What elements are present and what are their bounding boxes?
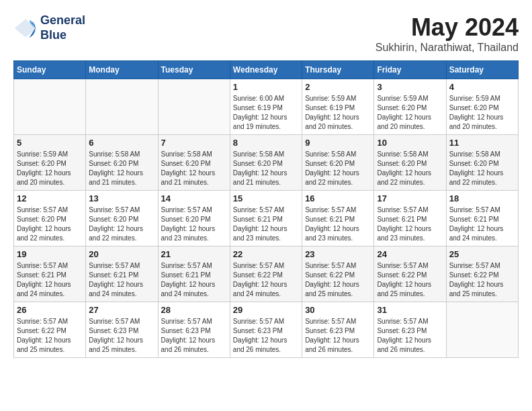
day-info: Sunrise: 5:57 AMSunset: 6:20 PMDaylight:… xyxy=(17,205,83,243)
calendar-table: SundayMondayTuesdayWednesdayThursdayFrid… xyxy=(13,60,519,358)
day-info: Sunrise: 5:57 AMSunset: 6:20 PMDaylight:… xyxy=(89,205,154,243)
day-header-wednesday: Wednesday xyxy=(230,61,302,79)
month-year-title: May 2024 xyxy=(375,13,519,42)
page-header: GeneralBlue May 2024 Sukhirin, Narathiwa… xyxy=(13,13,519,54)
calendar-cell: 30Sunrise: 5:57 AMSunset: 6:23 PMDayligh… xyxy=(302,302,374,358)
day-info: Sunrise: 5:58 AMSunset: 6:20 PMDaylight:… xyxy=(305,150,371,187)
location-subtitle: Sukhirin, Narathiwat, Thailand xyxy=(375,42,519,54)
calendar-cell: 22Sunrise: 5:57 AMSunset: 6:22 PMDayligh… xyxy=(230,246,302,302)
calendar-cell: 28Sunrise: 5:57 AMSunset: 6:23 PMDayligh… xyxy=(158,302,230,358)
logo-icon xyxy=(13,16,38,40)
day-number: 7 xyxy=(161,138,227,148)
day-info: Sunrise: 5:57 AMSunset: 6:23 PMDaylight:… xyxy=(161,317,227,355)
title-block: May 2024 Sukhirin, Narathiwat, Thailand xyxy=(375,13,519,54)
calendar-week-row: 5Sunrise: 5:59 AMSunset: 6:20 PMDaylight… xyxy=(14,135,519,191)
day-info: Sunrise: 5:57 AMSunset: 6:21 PMDaylight:… xyxy=(233,205,299,243)
day-info: Sunrise: 5:59 AMSunset: 6:19 PMDaylight:… xyxy=(305,94,371,132)
day-info: Sunrise: 5:57 AMSunset: 6:23 PMDaylight:… xyxy=(233,317,299,355)
day-header-monday: Monday xyxy=(86,61,158,79)
day-number: 8 xyxy=(233,138,299,148)
day-number: 4 xyxy=(449,82,515,92)
day-number: 29 xyxy=(233,305,299,315)
calendar-cell: 10Sunrise: 5:58 AMSunset: 6:20 PMDayligh… xyxy=(374,135,446,191)
calendar-cell: 9Sunrise: 5:58 AMSunset: 6:20 PMDaylight… xyxy=(302,135,374,191)
day-number: 18 xyxy=(449,193,515,203)
day-info: Sunrise: 5:57 AMSunset: 6:21 PMDaylight:… xyxy=(377,205,443,243)
day-info: Sunrise: 5:57 AMSunset: 6:21 PMDaylight:… xyxy=(89,261,154,299)
calendar-cell: 25Sunrise: 5:57 AMSunset: 6:22 PMDayligh… xyxy=(446,246,518,302)
day-number: 9 xyxy=(305,138,371,148)
day-info: Sunrise: 5:57 AMSunset: 6:21 PMDaylight:… xyxy=(17,261,83,299)
calendar-cell: 23Sunrise: 5:57 AMSunset: 6:22 PMDayligh… xyxy=(302,246,374,302)
calendar-cell xyxy=(158,79,230,135)
day-number: 12 xyxy=(17,193,83,203)
day-info: Sunrise: 5:57 AMSunset: 6:20 PMDaylight:… xyxy=(161,205,227,243)
calendar-cell: 2Sunrise: 5:59 AMSunset: 6:19 PMDaylight… xyxy=(302,79,374,135)
day-info: Sunrise: 5:57 AMSunset: 6:22 PMDaylight:… xyxy=(305,261,371,299)
day-info: Sunrise: 5:57 AMSunset: 6:21 PMDaylight:… xyxy=(305,205,371,243)
calendar-cell: 19Sunrise: 5:57 AMSunset: 6:21 PMDayligh… xyxy=(14,246,86,302)
calendar-cell: 8Sunrise: 5:58 AMSunset: 6:20 PMDaylight… xyxy=(230,135,302,191)
day-number: 6 xyxy=(89,138,154,148)
logo: GeneralBlue xyxy=(13,13,85,42)
calendar-cell: 5Sunrise: 5:59 AMSunset: 6:20 PMDaylight… xyxy=(14,135,86,191)
day-info: Sunrise: 5:57 AMSunset: 6:22 PMDaylight:… xyxy=(17,317,83,355)
day-header-thursday: Thursday xyxy=(302,61,374,79)
day-info: Sunrise: 5:57 AMSunset: 6:23 PMDaylight:… xyxy=(305,317,371,355)
calendar-cell: 12Sunrise: 5:57 AMSunset: 6:20 PMDayligh… xyxy=(14,191,86,246)
day-number: 2 xyxy=(305,82,371,92)
day-info: Sunrise: 5:57 AMSunset: 6:22 PMDaylight:… xyxy=(233,261,299,299)
day-number: 11 xyxy=(449,138,515,148)
calendar-cell: 16Sunrise: 5:57 AMSunset: 6:21 PMDayligh… xyxy=(302,191,374,246)
calendar-cell: 11Sunrise: 5:58 AMSunset: 6:20 PMDayligh… xyxy=(446,135,518,191)
day-number: 15 xyxy=(233,193,299,203)
day-number: 1 xyxy=(233,82,299,92)
calendar-cell: 29Sunrise: 5:57 AMSunset: 6:23 PMDayligh… xyxy=(230,302,302,358)
calendar-cell: 14Sunrise: 5:57 AMSunset: 6:20 PMDayligh… xyxy=(158,191,230,246)
day-number: 17 xyxy=(377,193,443,203)
calendar-cell: 13Sunrise: 5:57 AMSunset: 6:20 PMDayligh… xyxy=(86,191,158,246)
calendar-cell xyxy=(14,79,86,135)
day-info: Sunrise: 5:58 AMSunset: 6:20 PMDaylight:… xyxy=(449,150,515,187)
calendar-cell: 18Sunrise: 5:57 AMSunset: 6:21 PMDayligh… xyxy=(446,191,518,246)
day-info: Sunrise: 5:58 AMSunset: 6:20 PMDaylight:… xyxy=(233,150,299,187)
calendar-cell: 7Sunrise: 5:58 AMSunset: 6:20 PMDaylight… xyxy=(158,135,230,191)
calendar-cell: 3Sunrise: 5:59 AMSunset: 6:20 PMDaylight… xyxy=(374,79,446,135)
day-number: 28 xyxy=(161,305,227,315)
day-info: Sunrise: 5:57 AMSunset: 6:22 PMDaylight:… xyxy=(449,261,515,299)
day-number: 5 xyxy=(17,138,83,148)
day-number: 27 xyxy=(89,305,154,315)
calendar-cell: 24Sunrise: 5:57 AMSunset: 6:22 PMDayligh… xyxy=(374,246,446,302)
day-info: Sunrise: 5:58 AMSunset: 6:20 PMDaylight:… xyxy=(377,150,443,187)
day-number: 22 xyxy=(233,249,299,259)
day-number: 13 xyxy=(89,193,154,203)
calendar-cell: 31Sunrise: 5:57 AMSunset: 6:23 PMDayligh… xyxy=(374,302,446,358)
calendar-cell: 4Sunrise: 5:59 AMSunset: 6:20 PMDaylight… xyxy=(446,79,518,135)
calendar-cell: 26Sunrise: 5:57 AMSunset: 6:22 PMDayligh… xyxy=(14,302,86,358)
day-number: 3 xyxy=(377,82,443,92)
calendar-cell: 17Sunrise: 5:57 AMSunset: 6:21 PMDayligh… xyxy=(374,191,446,246)
calendar-cell: 20Sunrise: 5:57 AMSunset: 6:21 PMDayligh… xyxy=(86,246,158,302)
day-header-tuesday: Tuesday xyxy=(158,61,230,79)
day-info: Sunrise: 5:59 AMSunset: 6:20 PMDaylight:… xyxy=(449,94,515,132)
day-info: Sunrise: 5:59 AMSunset: 6:20 PMDaylight:… xyxy=(17,150,83,187)
day-number: 23 xyxy=(305,249,371,259)
day-number: 26 xyxy=(17,305,83,315)
calendar-cell: 6Sunrise: 5:58 AMSunset: 6:20 PMDaylight… xyxy=(86,135,158,191)
day-info: Sunrise: 5:58 AMSunset: 6:20 PMDaylight:… xyxy=(89,150,154,187)
day-number: 31 xyxy=(377,305,443,315)
calendar-cell: 15Sunrise: 5:57 AMSunset: 6:21 PMDayligh… xyxy=(230,191,302,246)
calendar-week-row: 12Sunrise: 5:57 AMSunset: 6:20 PMDayligh… xyxy=(14,191,519,246)
logo-text: GeneralBlue xyxy=(40,13,85,42)
day-number: 20 xyxy=(89,249,154,259)
day-info: Sunrise: 5:57 AMSunset: 6:21 PMDaylight:… xyxy=(161,261,227,299)
calendar-cell xyxy=(86,79,158,135)
day-number: 16 xyxy=(305,193,371,203)
calendar-cell: 1Sunrise: 6:00 AMSunset: 6:19 PMDaylight… xyxy=(230,79,302,135)
day-info: Sunrise: 5:57 AMSunset: 6:21 PMDaylight:… xyxy=(449,205,515,243)
day-number: 25 xyxy=(449,249,515,259)
day-header-sunday: Sunday xyxy=(14,61,86,79)
day-number: 19 xyxy=(17,249,83,259)
day-info: Sunrise: 5:57 AMSunset: 6:23 PMDaylight:… xyxy=(89,317,154,355)
day-header-saturday: Saturday xyxy=(446,61,518,79)
